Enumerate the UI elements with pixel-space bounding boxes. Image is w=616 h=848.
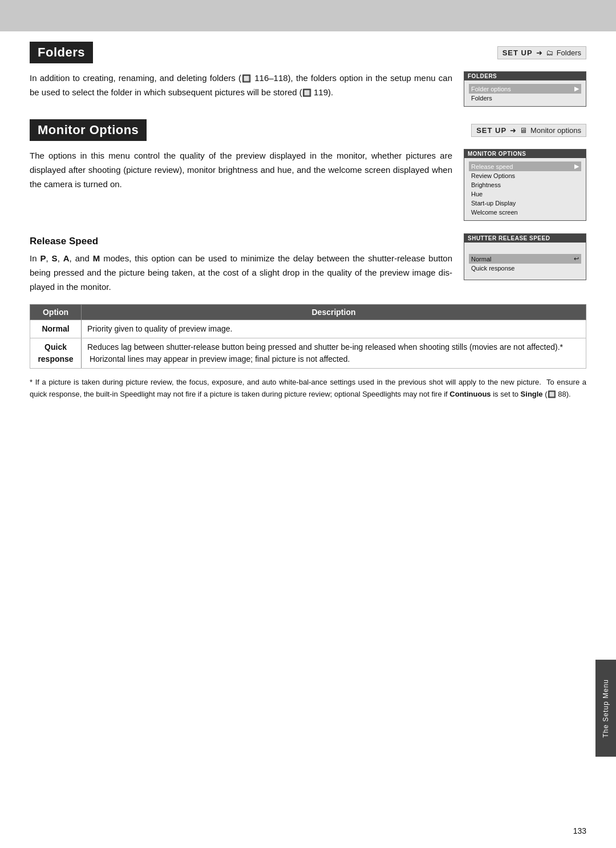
folders-menu-label-0: Folder options: [471, 86, 511, 92]
monitor-breadcrumb-arrow: ➜: [510, 126, 516, 135]
release-speed-two-col: Release Speed In P, S, A, and M modes, t…: [30, 233, 586, 294]
shutter-menu-item-1: Quick response: [469, 264, 581, 273]
monitor-menu-label-1: Review Options: [471, 172, 515, 179]
folders-menu-arrow-0: ▶: [574, 85, 579, 92]
monitor-breadcrumb-label: Monitor options: [530, 126, 581, 135]
shutter-screen-body: Normal ↩ Quick response: [464, 243, 586, 280]
table-row: Quickresponse Reduces lag between shutte…: [30, 338, 586, 369]
page-container: Folders SET UP ➜ 🗂 Folders In addition t…: [0, 0, 616, 848]
monitor-breadcrumb: SET UP ➜ 🖥 Monitor options: [471, 124, 586, 137]
table-header-description: Description: [82, 305, 586, 320]
monitor-text-col: The options in this menu control the qua…: [30, 149, 452, 221]
monitor-breadcrumb-icon: 🖥: [520, 126, 527, 135]
table-desc-quick: Reduces lag between shutter-release butt…: [82, 338, 586, 369]
shutter-menu-item-0: Normal ↩: [469, 254, 581, 264]
table-option-quick: Quickresponse: [30, 338, 82, 369]
folders-breadcrumb-label: Folders: [557, 49, 581, 57]
monitor-menu-label-3: Hue: [471, 191, 483, 197]
monitor-menu-item-4: Start-up Display: [469, 199, 581, 208]
folders-title: Folders: [30, 42, 93, 63]
monitor-screen-body: Release speed ▶ Review Options Brightnes…: [464, 158, 586, 220]
shutter-camera-screen: SHUTTER RELEASE SPEED Normal ↩ Quick res…: [464, 233, 586, 280]
folders-header: Folders SET UP ➜ 🗂 Folders: [30, 42, 586, 63]
release-speed-screenshot-col: SHUTTER RELEASE SPEED Normal ↩ Quick res…: [464, 233, 586, 294]
folders-breadcrumb: SET UP ➜ 🗂 Folders: [497, 46, 586, 59]
monitor-menu-label-0: Release speed: [471, 163, 513, 170]
monitor-body-text: The options in this menu control the qua…: [30, 149, 452, 191]
folders-two-col: In addition to creating, renaming, and d…: [30, 71, 586, 107]
table-desc-normal: Priority given to quality of preview ima…: [82, 320, 586, 338]
monitor-section: Monitor Options SET UP ➜ 🖥 Monitor optio…: [30, 119, 586, 221]
folders-camera-screen: FOLDERS Folder options ▶ Folders: [464, 71, 586, 107]
top-bar: [0, 0, 616, 31]
folders-text-col: In addition to creating, renaming, and d…: [30, 71, 452, 107]
shutter-menu-label-1: Quick response: [471, 265, 514, 272]
monitor-menu-item-1: Review Options: [469, 171, 581, 180]
monitor-two-col: The options in this menu control the qua…: [30, 149, 586, 221]
folders-menu-item-1: Folders: [469, 94, 581, 103]
folders-screen-title: FOLDERS: [464, 72, 586, 80]
shutter-menu-label-0: Normal: [471, 256, 491, 263]
shutter-menu-icon-0: ↩: [574, 255, 579, 263]
folders-menu-item-0: Folder options ▶: [469, 84, 581, 94]
shutter-screen-title: SHUTTER RELEASE SPEED: [464, 234, 586, 243]
monitor-menu-arrow-0: ▶: [574, 163, 579, 170]
table-option-normal: Normal: [30, 320, 82, 338]
monitor-title: Monitor Options: [30, 119, 147, 141]
side-tab: The Setup Menu: [595, 660, 616, 757]
page-number: 133: [573, 826, 586, 835]
footnote-text: * If a picture is taken during picture r…: [30, 377, 586, 401]
monitor-camera-screen: MONITOR OPTIONS Release speed ▶ Review O…: [464, 149, 586, 221]
folders-screen-body: Folder options ▶ Folders: [464, 80, 586, 106]
monitor-menu-item-3: Hue: [469, 189, 581, 199]
table-header-option: Option: [30, 305, 82, 320]
monitor-menu-item-0: Release speed ▶: [469, 161, 581, 171]
folders-body-text: In addition to creating, renaming, and d…: [30, 71, 452, 100]
release-speed-body: In P, S, A, and M modes, this option can…: [30, 252, 452, 294]
release-speed-section: Release Speed In P, S, A, and M modes, t…: [30, 233, 586, 401]
release-speed-text-col: Release Speed In P, S, A, and M modes, t…: [30, 233, 452, 294]
monitor-screen-title: MONITOR OPTIONS: [464, 150, 586, 158]
table-row: Normal Priority given to quality of prev…: [30, 320, 586, 338]
main-content: Folders SET UP ➜ 🗂 Folders In addition t…: [0, 31, 616, 423]
options-table: Option Description Normal Priority given…: [30, 304, 586, 369]
folders-screenshot-col: FOLDERS Folder options ▶ Folders: [464, 71, 586, 107]
monitor-screenshot-col: MONITOR OPTIONS Release speed ▶ Review O…: [464, 149, 586, 221]
side-tab-label: The Setup Menu: [602, 679, 610, 738]
monitor-menu-item-5: Welcome screen: [469, 208, 581, 217]
monitor-setup-text: SET UP: [476, 126, 506, 135]
table-header-row: Option Description: [30, 305, 586, 320]
monitor-header: Monitor Options SET UP ➜ 🖥 Monitor optio…: [30, 119, 586, 141]
monitor-menu-item-2: Brightness: [469, 180, 581, 189]
release-speed-title: Release Speed: [30, 236, 452, 247]
folders-section: Folders SET UP ➜ 🗂 Folders In addition t…: [30, 42, 586, 107]
folders-setup-text: SET UP: [502, 49, 533, 57]
folders-menu-label-1: Folders: [471, 95, 492, 102]
monitor-menu-label-2: Brightness: [471, 181, 501, 188]
folders-breadcrumb-arrow: ➜: [536, 49, 542, 57]
monitor-menu-label-4: Start-up Display: [471, 200, 516, 207]
folders-breadcrumb-icon: 🗂: [546, 49, 553, 57]
monitor-menu-label-5: Welcome screen: [471, 209, 518, 216]
